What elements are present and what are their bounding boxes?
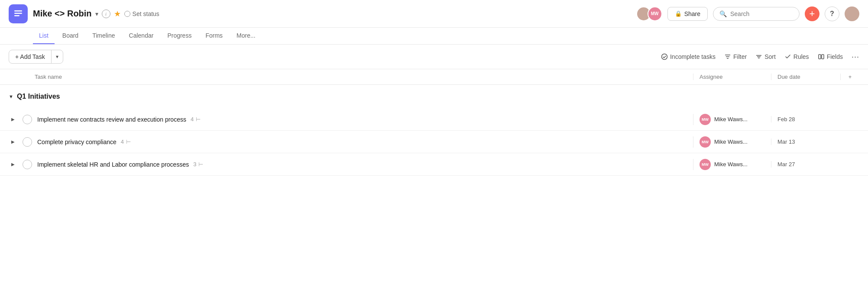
rules-button[interactable]: Rules	[784, 53, 809, 60]
project-title-area: Mike <> Robin ▾ i ★ Set status	[33, 9, 159, 19]
task-expand-icon[interactable]: ▶	[9, 160, 17, 169]
assignee-avatar: MW	[700, 136, 711, 148]
rules-label: Rules	[794, 53, 809, 60]
tab-more[interactable]: More...	[230, 28, 262, 44]
share-label: Share	[684, 10, 700, 17]
svg-point-3	[661, 54, 667, 60]
tab-list[interactable]: List	[33, 28, 55, 44]
table-row: ▶ Implement skeletal HR and Labor compli…	[0, 153, 868, 176]
avatar-mw[interactable]: MW	[648, 6, 662, 21]
task-name: Implement skeletal HR and Labor complian…	[37, 161, 189, 168]
subtask-icon: ⊢	[198, 161, 203, 168]
section-header: ▼ Q1 Initiatives	[0, 85, 868, 105]
tabs: List Board Timeline Calendar Progress Fo…	[0, 28, 868, 45]
subtask-count: 3	[193, 161, 196, 168]
task-meta: 3 ⊢	[193, 161, 203, 168]
tab-calendar[interactable]: Calendar	[123, 28, 160, 44]
assignee-name: Mike Waws...	[714, 139, 748, 145]
incomplete-tasks-button[interactable]: Incomplete tasks	[661, 53, 716, 60]
svg-rect-0	[14, 10, 22, 12]
task-expand-icon[interactable]: ▶	[9, 138, 17, 146]
task-meta: 4 ⊢	[121, 139, 131, 145]
chevron-down-icon[interactable]: ▾	[95, 10, 98, 17]
subtask-icon: ⊢	[196, 116, 201, 122]
status-circle-icon	[124, 11, 130, 17]
due-date-cell: Mar 27	[771, 161, 840, 168]
task-name-cell: Implement skeletal HR and Labor complian…	[37, 161, 693, 168]
app-icon-svg	[13, 9, 23, 19]
col-header-due-date: Due date	[771, 74, 840, 80]
assignee-initials: MW	[702, 162, 709, 167]
search-bar[interactable]: 🔍	[713, 7, 800, 21]
assignee-cell: MW Mike Waws...	[693, 114, 771, 125]
filter-label: Filter	[733, 53, 747, 60]
assignee-avatar: MW	[700, 159, 711, 170]
sort-icon	[755, 53, 762, 60]
due-date: Mar 13	[777, 139, 795, 145]
task-check-icon[interactable]	[23, 160, 32, 169]
subtask-count: 4	[191, 116, 194, 122]
task-check-icon[interactable]	[23, 137, 32, 147]
subtask-icon: ⊢	[126, 139, 131, 145]
add-task-main[interactable]: + Add Task	[9, 50, 52, 63]
assignee-initials: MW	[702, 140, 709, 144]
share-button[interactable]: 🔒 Share	[667, 7, 708, 21]
header: Mike <> Robin ▾ i ★ Set status MW 🔒 Shar…	[0, 0, 868, 28]
assignee-avatar: MW	[700, 114, 711, 125]
filter-button[interactable]: Filter	[724, 53, 747, 60]
section-chevron-icon[interactable]: ▼	[9, 94, 13, 99]
due-date-cell: Mar 13	[771, 139, 840, 145]
assignee-initials: MW	[702, 117, 709, 122]
user-avatar-button[interactable]	[845, 6, 859, 21]
col-add-button[interactable]: +	[840, 74, 859, 80]
avatar-group: MW	[636, 6, 662, 21]
task-meta: 4 ⊢	[191, 116, 201, 122]
fields-button[interactable]: Fields	[818, 53, 843, 60]
info-icon[interactable]: i	[102, 10, 110, 18]
set-status-label: Set status	[133, 10, 159, 17]
svg-rect-1	[14, 13, 22, 14]
table-row: ▶ Implement new contracts review and exe…	[0, 108, 868, 131]
app-icon	[9, 4, 28, 23]
lock-icon: 🔒	[675, 10, 682, 17]
due-date-cell: Feb 28	[771, 116, 840, 122]
set-status-button[interactable]: Set status	[124, 10, 159, 17]
add-task-dropdown[interactable]: ▾	[52, 51, 63, 63]
assignee-cell: MW Mike Waws...	[693, 159, 771, 170]
table-header: Task name Assignee Due date +	[0, 69, 868, 85]
tab-timeline[interactable]: Timeline	[86, 28, 121, 44]
task-check-icon[interactable]	[23, 115, 32, 124]
project-title: Mike <> Robin	[33, 9, 92, 19]
avatar-photo-mw: MW	[648, 7, 661, 20]
add-task-label: + Add Task	[15, 53, 45, 60]
filter-icon	[724, 53, 731, 60]
assignee-name: Mike Waws...	[714, 161, 748, 168]
task-name: Complete privacy compliance	[37, 139, 117, 145]
svg-rect-2	[14, 15, 19, 16]
toolbar: + Add Task ▾ Incomplete tasks Filter Sor…	[0, 45, 868, 69]
incomplete-tasks-label: Incomplete tasks	[670, 53, 716, 60]
spacer	[0, 105, 868, 108]
tab-board[interactable]: Board	[56, 28, 84, 44]
sort-button[interactable]: Sort	[755, 53, 776, 60]
add-task-button[interactable]: + Add Task ▾	[9, 50, 63, 64]
section-title: Q1 Initiatives	[17, 93, 60, 100]
search-input[interactable]	[730, 10, 793, 17]
rules-icon	[784, 53, 791, 60]
star-icon[interactable]: ★	[114, 9, 121, 19]
tab-forms[interactable]: Forms	[199, 28, 229, 44]
task-expand-icon[interactable]: ▶	[9, 115, 17, 124]
more-options-button[interactable]: ···	[852, 52, 859, 61]
col-header-task-name: Task name	[9, 74, 693, 80]
check-circle-icon	[661, 53, 668, 60]
help-button[interactable]: ?	[825, 6, 839, 21]
sort-label: Sort	[764, 53, 776, 60]
assignee-cell: MW Mike Waws...	[693, 136, 771, 148]
add-button[interactable]: +	[805, 6, 819, 21]
col-header-assignee: Assignee	[693, 74, 771, 80]
toolbar-actions: Incomplete tasks Filter Sort Rules Field…	[661, 52, 859, 61]
svg-rect-7	[819, 55, 821, 59]
tab-progress[interactable]: Progress	[161, 28, 198, 44]
subtask-count: 4	[121, 139, 124, 145]
fields-label: Fields	[827, 53, 843, 60]
